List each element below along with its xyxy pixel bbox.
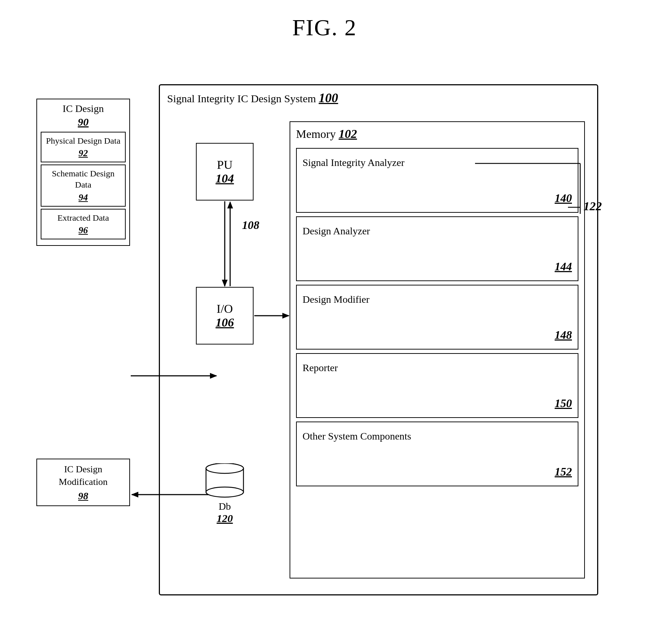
- ic-design-box: IC Design 90 Physical Design Data 92 Sch…: [36, 99, 130, 246]
- extracted-data-box: Extracted Data 96: [41, 209, 126, 239]
- design-modifier-num: 148: [555, 328, 572, 342]
- memory-header: Memory 102: [290, 122, 584, 144]
- svg-point-2: [206, 487, 243, 497]
- io-num: 106: [216, 316, 234, 329]
- main-system-box: Signal Integrity IC Design System 100 PU…: [159, 84, 598, 595]
- design-analyzer-num: 144: [555, 260, 572, 273]
- reporter-label: Reporter: [303, 361, 338, 375]
- design-modifier-box: Design Modifier 148: [296, 285, 578, 350]
- db-label: Db 120: [203, 501, 246, 524]
- physical-design-label: Physical Design Data: [46, 136, 121, 145]
- io-box: I/O 106: [196, 287, 254, 344]
- other-components-label: Other System Components: [303, 429, 411, 443]
- physical-design-box: Physical Design Data 92: [41, 132, 126, 162]
- pu-label: PU: [217, 158, 232, 172]
- schematic-design-box: Schematic Design Data 94: [41, 165, 126, 206]
- other-components-box: Other System Components 152: [296, 422, 578, 486]
- pu-num: 104: [216, 172, 234, 185]
- design-analyzer-box: Design Analyzer 144: [296, 216, 578, 281]
- svg-marker-7: [227, 201, 233, 208]
- reporter-num: 150: [555, 397, 572, 410]
- signal-integrity-analyzer-box: Signal Integrity Analyzer 140: [296, 148, 578, 213]
- io-label: I/O: [216, 302, 233, 316]
- pu-box: PU 104: [196, 143, 254, 201]
- svg-marker-9: [282, 313, 290, 319]
- schematic-design-num: 94: [44, 192, 123, 203]
- design-analyzer-label: Design Analyzer: [303, 224, 370, 238]
- svg-point-3: [206, 463, 243, 473]
- extracted-data-num: 96: [44, 225, 123, 236]
- db-container: Db 120: [203, 463, 246, 524]
- ic-modification-num: 98: [41, 490, 126, 502]
- memory-box: Memory 102 Signal Integrity Analyzer 140…: [290, 121, 585, 578]
- ic-modification-label: IC Design Modification: [59, 464, 108, 487]
- signal-integrity-analyzer-label: Signal Integrity Analyzer: [303, 156, 404, 170]
- physical-design-num: 92: [44, 148, 123, 159]
- arrow-108-label: 108: [242, 219, 259, 232]
- design-modifier-label: Design Modifier: [303, 293, 370, 306]
- other-components-num: 152: [555, 465, 572, 478]
- arrow-122-label: — 122: [568, 199, 602, 213]
- schematic-design-label: Schematic Design Data: [52, 169, 115, 189]
- ic-design-num: 90: [41, 116, 126, 128]
- main-system-label: Signal Integrity IC Design System 100: [167, 90, 338, 105]
- svg-marker-13: [131, 492, 138, 497]
- page-title: FIG. 2: [292, 14, 357, 41]
- ic-design-label: IC Design: [41, 103, 126, 114]
- reporter-box: Reporter 150: [296, 353, 578, 418]
- extracted-data-label: Extracted Data: [57, 213, 109, 222]
- ic-modification-box: IC Design Modification 98: [36, 459, 130, 506]
- svg-marker-5: [222, 280, 228, 287]
